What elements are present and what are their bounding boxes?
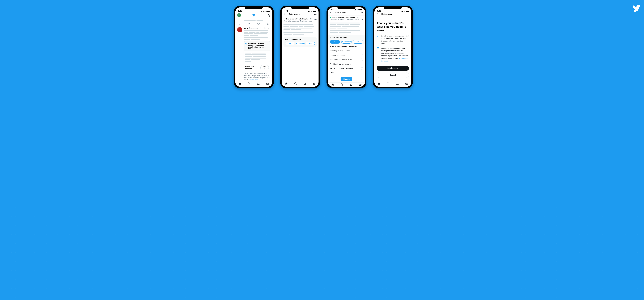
checkbox-icon xyxy=(361,54,363,57)
battery-icon xyxy=(406,11,408,12)
more-menu-icon[interactable]: ••• xyxy=(360,12,363,14)
option-other[interactable]: Other xyxy=(330,71,363,75)
home-indicator xyxy=(246,86,262,86)
note-status-label: Note is currently rated helpful xyxy=(332,16,355,18)
wifi-icon xyxy=(310,11,312,12)
answer-somewhat[interactable]: Somewhat xyxy=(341,40,352,44)
retweet-icon[interactable] xyxy=(248,23,250,25)
signal-icon xyxy=(400,11,403,12)
screen-title: Rate a note xyxy=(382,13,392,16)
tweet-menu-icon[interactable]: ••• xyxy=(268,27,270,29)
status-bar: 9:41 xyxy=(235,7,272,12)
rate-note-header: Rate a note ••• xyxy=(282,12,318,17)
tweet-actions-row xyxy=(235,21,272,26)
answer-yes-selected[interactable]: Yes xyxy=(330,40,340,44)
status-dot-icon xyxy=(284,19,284,20)
phone-mockup-4: 9:41 Rate a note Thank you — here's what… xyxy=(373,6,413,88)
wifi-icon xyxy=(403,11,405,12)
reply-icon[interactable] xyxy=(239,23,241,25)
search-tab-icon[interactable] xyxy=(294,82,297,85)
context-note-title: Readers added more context they thought … xyxy=(248,43,269,50)
bottom-nav xyxy=(328,83,365,87)
status-dot-icon xyxy=(330,17,331,18)
home-tab-icon[interactable] xyxy=(238,82,241,85)
battery-icon xyxy=(266,11,269,12)
rate-note-header: Rate a note xyxy=(374,12,411,17)
globe-icon xyxy=(377,47,379,62)
notifications-tab-icon[interactable] xyxy=(257,82,260,85)
avatar-suzie[interactable] xyxy=(237,27,242,32)
understand-button[interactable]: I understand xyxy=(377,66,409,71)
svg-point-3 xyxy=(294,83,296,84)
answer-no[interactable]: No xyxy=(306,42,315,45)
signal-icon xyxy=(262,11,264,12)
signal-icon xyxy=(354,9,356,11)
answer-yes[interactable]: Yes xyxy=(285,42,294,45)
status-time: 9:41 xyxy=(377,10,381,12)
home-top-bar xyxy=(235,12,272,18)
helpful-prompt: Is this note helpful? xyxy=(245,66,260,70)
phone-mockup-3: 9:41 Rate a note ••• Note is currently r… xyxy=(326,6,366,88)
messages-tab-icon[interactable] xyxy=(359,83,362,86)
messages-tab-icon[interactable] xyxy=(312,82,315,85)
sparkle-icon[interactable] xyxy=(268,14,270,17)
phone-mockup-1: 9:41 xyxy=(234,6,274,88)
wifi-icon xyxy=(357,9,359,11)
share-icon[interactable] xyxy=(266,23,269,25)
option-cites-sources[interactable]: Cites high-quality sources xyxy=(330,49,363,53)
note-menu-icon[interactable]: ••• xyxy=(361,19,363,21)
like-icon[interactable] xyxy=(257,23,260,25)
submit-button[interactable]: Submit xyxy=(340,77,352,81)
profile-avatar[interactable] xyxy=(237,13,241,17)
helpful-question-box: Is this note helpful? Yes Somewhat No xyxy=(284,37,317,47)
notifications-tab-icon[interactable] xyxy=(396,82,399,85)
search-tab-icon[interactable] xyxy=(248,82,250,85)
helpful-question: Is this note helpful? xyxy=(285,38,315,41)
checkbox-icon xyxy=(361,72,363,74)
messages-tab-icon[interactable] xyxy=(266,82,269,85)
option-important-context[interactable]: Provides important context xyxy=(330,62,363,66)
answer-somewhat[interactable]: Somewhat xyxy=(296,42,304,45)
checkbox-icon xyxy=(361,63,363,65)
find-out-more-link[interactable]: Find out more xyxy=(248,79,258,80)
home-tab-icon[interactable] xyxy=(378,82,380,85)
thank-you-title: Thank you — here's what else you need to… xyxy=(377,21,409,32)
note-menu-icon[interactable]: ••• xyxy=(314,19,317,21)
thank-you-para-1: By rating, you're helping ensure that no… xyxy=(381,35,409,45)
home-tab-icon[interactable] xyxy=(331,83,334,86)
back-arrow-icon[interactable] xyxy=(376,13,379,16)
svg-point-1 xyxy=(248,83,250,84)
tweet-suzie[interactable]: Suzie @SweetSuzzzie · 1h ••• xyxy=(235,26,272,80)
cancel-button[interactable]: Cancel xyxy=(377,72,409,78)
notifications-tab-icon[interactable] xyxy=(303,82,306,85)
note-status-time: · 6h xyxy=(310,18,312,20)
note-status-row: Note is currently rated helpful · 6h xyxy=(282,17,318,20)
option-addresses-claim[interactable]: Addresses the Tweet's claim xyxy=(330,58,363,62)
author-handle: @SweetSuzzzie xyxy=(249,27,262,29)
status-bar: 9:41 xyxy=(374,7,411,12)
checkbox-icon xyxy=(361,67,363,70)
status-time: 9:41 xyxy=(284,10,288,12)
screen-title: Rate a note xyxy=(289,13,300,16)
messages-tab-icon[interactable] xyxy=(405,82,408,85)
search-tab-icon[interactable] xyxy=(387,82,390,85)
battery-icon xyxy=(313,11,316,12)
back-arrow-icon[interactable] xyxy=(330,12,332,14)
battery-icon xyxy=(359,9,362,11)
more-menu-icon[interactable]: ••• xyxy=(314,13,317,16)
status-time: 9:41 xyxy=(331,8,334,11)
note-meta: Cites reliable sources · Nonjudgememtal xyxy=(282,20,318,23)
answer-no[interactable]: No xyxy=(353,40,363,44)
wifi-icon xyxy=(264,11,266,12)
option-easy-understand[interactable]: Easy to understand xyxy=(330,53,363,58)
home-tab-icon[interactable] xyxy=(285,82,288,85)
rate-it-button[interactable]: Rate it xyxy=(260,65,269,70)
note-status-label: Note is currently rated helpful xyxy=(286,18,308,20)
thank-you-para-2: Ratings are anonymized and made publicly… xyxy=(381,47,409,62)
checkbox-icon xyxy=(361,59,363,61)
back-arrow-icon[interactable] xyxy=(284,13,286,16)
svg-point-5 xyxy=(341,84,342,85)
note-meta: Cites reliable sources · Nonjudgememtal xyxy=(328,18,365,21)
context-note-card: Readers added more context they thought … xyxy=(244,41,270,71)
option-neutral-language[interactable]: Neutral or unbiased language xyxy=(330,66,363,71)
